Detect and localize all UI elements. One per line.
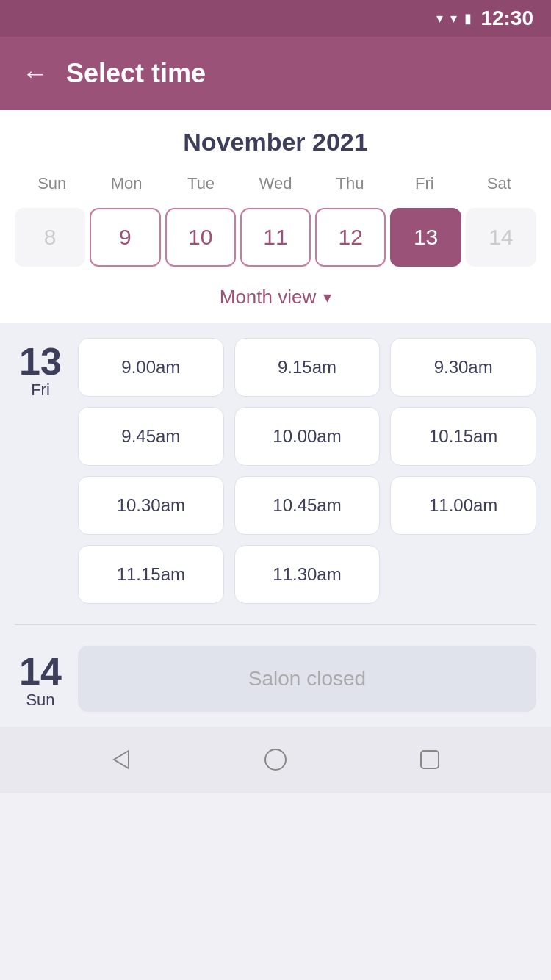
date-cell-10[interactable]: 10 [165,208,236,267]
svg-marker-0 [114,751,129,768]
weekday-tue: Tue [164,171,238,196]
time-slot-1100am[interactable]: 11.00am [390,476,536,535]
time-slot-1000am[interactable]: 10.00am [234,407,381,466]
weekday-mon: Mon [89,171,163,196]
day-name-14: Sun [15,691,66,710]
day-block-inner-13: 13 Fri 9.00am 9.15am 9.30am 9.45am 10.00… [15,338,536,604]
date-cell-9[interactable]: 9 [90,208,160,267]
recents-square-icon [417,746,443,773]
time-slot-1015am[interactable]: 10.15am [390,407,536,466]
month-view-label: Month view [220,286,317,309]
salon-closed-box: Salon closed [78,646,536,712]
status-bar: ▾ ▾ ▮ 12:30 [0,0,551,37]
signal-icon: ▾ [450,10,457,26]
wifi-icon: ▾ [436,10,443,26]
date-cell-12[interactable]: 12 [315,208,386,267]
nav-recents-button[interactable] [411,741,448,778]
svg-point-1 [265,749,286,770]
time-slot-915am[interactable]: 9.15am [234,338,381,397]
bottom-nav [0,727,551,793]
day-number-14: 14 [15,652,66,691]
time-slot-1115am[interactable]: 11.15am [78,545,224,604]
slots-section: 13 Fri 9.00am 9.15am 9.30am 9.45am 10.00… [0,323,551,727]
day-divider [15,624,536,625]
time-slot-1045am[interactable]: 10.45am [234,476,381,535]
status-time: 12:30 [480,7,533,30]
nav-home-button[interactable] [257,741,294,778]
home-circle-icon [262,746,289,773]
weekday-wed: Wed [238,171,312,196]
day-label-14: 14 Sun [15,648,66,710]
nav-back-button[interactable] [103,741,140,778]
day-block-13: 13 Fri 9.00am 9.15am 9.30am 9.45am 10.00… [15,338,536,604]
time-slot-945am[interactable]: 9.45am [78,407,224,466]
status-icons: ▾ ▾ ▮ [436,10,472,26]
month-view-toggle[interactable]: Month view ▾ [15,274,536,316]
date-row: 8 9 10 11 12 13 14 [15,203,536,274]
page-title: Select time [66,58,206,89]
back-button[interactable]: ← [22,60,48,87]
weekday-thu: Thu [313,171,387,196]
day-number-13: 13 [15,342,66,381]
weekday-sun: Sun [15,171,89,196]
date-cell-8: 8 [15,208,85,267]
time-slot-930am[interactable]: 9.30am [390,338,536,397]
date-cell-14: 14 [466,208,536,267]
month-year-title: November 2021 [15,128,536,156]
svg-rect-2 [421,751,439,768]
weekday-row: Sun Mon Tue Wed Thu Fri Sat [15,171,536,196]
header: ← Select time [0,37,551,110]
calendar-section: November 2021 Sun Mon Tue Wed Thu Fri Sa… [0,110,551,323]
date-cell-13[interactable]: 13 [390,208,461,267]
day-name-13: Fri [15,381,66,400]
time-slot-1130am[interactable]: 11.30am [234,545,381,604]
chevron-down-icon: ▾ [323,288,331,307]
battery-icon: ▮ [464,10,472,26]
time-slot-900am[interactable]: 9.00am [78,338,224,397]
date-cell-11[interactable]: 11 [240,208,311,267]
weekday-sat: Sat [462,171,536,196]
day-block-14: 14 Sun Salon closed [15,646,536,712]
salon-closed-label: Salon closed [248,667,366,691]
back-triangle-icon [108,746,134,773]
time-slot-1030am[interactable]: 10.30am [78,476,224,535]
time-grid-13: 9.00am 9.15am 9.30am 9.45am 10.00am 10.1… [78,338,536,604]
day-label-13: 13 Fri [15,338,66,400]
weekday-fri: Fri [387,171,461,196]
